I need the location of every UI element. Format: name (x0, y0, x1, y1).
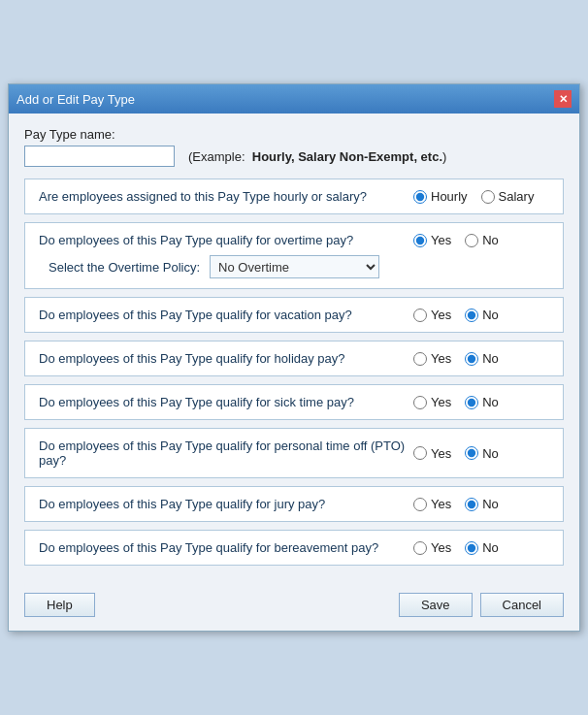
pto-question: Do employees of this Pay Type qualify fo… (39, 439, 413, 468)
overtime-no-text: No (482, 233, 499, 247)
vacation-no-text: No (482, 308, 499, 322)
window-title: Add or Edit Pay Type (16, 92, 135, 107)
overtime-policy-select[interactable]: No Overtime (210, 255, 379, 278)
hourly-salary-section: Are employees assigned to this Pay Type … (24, 179, 564, 214)
holiday-yes-radio[interactable] (413, 352, 427, 366)
pay-type-example-bold: Hourly, Salary Non-Exempt, etc. (252, 149, 442, 164)
bereavement-no-label[interactable]: No (465, 540, 499, 555)
sick-no-radio[interactable] (465, 396, 478, 409)
jury-yes-radio[interactable] (413, 498, 427, 511)
holiday-yes-text: Yes (431, 351, 451, 366)
pay-type-name-input[interactable] (24, 146, 175, 167)
sick-section: Do employees of this Pay Type qualify fo… (24, 384, 564, 420)
jury-radio-group: Yes No (413, 497, 549, 511)
jury-yes-label[interactable]: Yes (413, 497, 451, 511)
content-area: Pay Type name: (Example: Hourly, Salary … (9, 114, 579, 583)
pto-no-label[interactable]: No (465, 446, 499, 461)
title-bar: Add or Edit Pay Type ✕ (9, 84, 579, 114)
overtime-no-radio[interactable] (465, 234, 478, 247)
sick-no-text: No (482, 395, 499, 409)
pto-radio-group: Yes No (413, 446, 549, 461)
pto-yes-radio[interactable] (413, 446, 427, 460)
jury-no-radio[interactable] (465, 498, 478, 511)
bereavement-row: Do employees of this Pay Type qualify fo… (39, 540, 549, 555)
overtime-question: Do employees of this Pay Type qualify fo… (39, 233, 413, 247)
vacation-radio-group: Yes No (413, 308, 549, 322)
sick-radio-group: Yes No (413, 395, 549, 409)
overtime-row: Do employees of this Pay Type qualify fo… (39, 233, 549, 247)
vacation-yes-label[interactable]: Yes (413, 308, 451, 322)
holiday-question: Do employees of this Pay Type qualify fo… (39, 351, 413, 366)
overtime-yes-text: Yes (431, 233, 451, 247)
main-window: Add or Edit Pay Type ✕ Pay Type name: (E… (8, 83, 580, 632)
jury-question: Do employees of this Pay Type qualify fo… (39, 497, 413, 511)
overtime-radio-group: Yes No (413, 233, 549, 247)
salary-radio[interactable] (481, 190, 495, 204)
sick-no-label[interactable]: No (465, 395, 499, 409)
sick-yes-label[interactable]: Yes (413, 395, 451, 409)
vacation-section: Do employees of this Pay Type qualify fo… (24, 297, 564, 333)
bereavement-yes-radio[interactable] (413, 541, 427, 555)
bereavement-no-text: No (482, 540, 499, 555)
salary-label: Salary (499, 189, 535, 204)
pto-no-radio[interactable] (465, 446, 478, 460)
bereavement-question: Do employees of this Pay Type qualify fo… (39, 540, 413, 555)
bereavement-no-radio[interactable] (465, 541, 478, 555)
hourly-label: Hourly (431, 189, 468, 204)
overtime-yes-label[interactable]: Yes (413, 233, 451, 247)
overtime-policy-label: Select the Overtime Policy: (49, 260, 200, 275)
cancel-button[interactable]: Cancel (480, 593, 564, 617)
holiday-no-label[interactable]: No (465, 351, 499, 366)
salary-radio-label[interactable]: Salary (481, 189, 535, 204)
jury-no-label[interactable]: No (465, 497, 499, 511)
jury-row: Do employees of this Pay Type qualify fo… (39, 497, 549, 511)
save-button[interactable]: Save (399, 593, 473, 617)
holiday-radio-group: Yes No (413, 351, 549, 366)
vacation-row: Do employees of this Pay Type qualify fo… (39, 308, 549, 322)
bereavement-radio-group: Yes No (413, 540, 549, 555)
sick-yes-text: Yes (431, 395, 451, 409)
holiday-section: Do employees of this Pay Type qualify fo… (24, 341, 564, 376)
hourly-radio[interactable] (413, 190, 427, 204)
pay-type-example: (Example: Hourly, Salary Non-Exempt, etc… (188, 149, 446, 164)
vacation-question: Do employees of this Pay Type qualify fo… (39, 308, 413, 322)
vacation-yes-radio[interactable] (413, 309, 427, 322)
vacation-no-label[interactable]: No (465, 308, 499, 322)
bereavement-yes-text: Yes (431, 540, 451, 555)
sick-question: Do employees of this Pay Type qualify fo… (39, 395, 413, 409)
bereavement-section: Do employees of this Pay Type qualify fo… (24, 530, 564, 566)
holiday-no-text: No (482, 351, 499, 366)
help-button[interactable]: Help (24, 593, 95, 617)
pto-no-text: No (482, 446, 499, 461)
hourly-salary-radio-group: Hourly Salary (413, 189, 549, 204)
jury-yes-text: Yes (431, 497, 451, 511)
pto-yes-label[interactable]: Yes (413, 446, 451, 461)
hourly-salary-question: Are employees assigned to this Pay Type … (39, 189, 413, 204)
footer: Help Save Cancel (9, 583, 579, 631)
pto-yes-text: Yes (431, 446, 451, 461)
overtime-yes-radio[interactable] (413, 234, 427, 247)
overtime-no-label[interactable]: No (465, 233, 499, 247)
footer-right: Save Cancel (399, 593, 564, 617)
pto-row: Do employees of this Pay Type qualify fo… (39, 439, 549, 468)
sick-yes-radio[interactable] (413, 396, 427, 409)
pto-section: Do employees of this Pay Type qualify fo… (24, 428, 564, 478)
overtime-policy-row: Select the Overtime Policy: No Overtime (39, 255, 549, 278)
sick-row: Do employees of this Pay Type qualify fo… (39, 395, 549, 409)
overtime-section: Do employees of this Pay Type qualify fo… (24, 222, 564, 289)
jury-section: Do employees of this Pay Type qualify fo… (24, 486, 564, 522)
holiday-row: Do employees of this Pay Type qualify fo… (39, 351, 549, 366)
holiday-yes-label[interactable]: Yes (413, 351, 451, 366)
vacation-no-radio[interactable] (465, 309, 478, 322)
jury-no-text: No (482, 497, 499, 511)
holiday-no-radio[interactable] (465, 352, 478, 366)
close-button[interactable]: ✕ (554, 90, 572, 108)
bereavement-yes-label[interactable]: Yes (413, 540, 451, 555)
pay-type-name-row: (Example: Hourly, Salary Non-Exempt, etc… (24, 146, 564, 167)
hourly-radio-label[interactable]: Hourly (413, 189, 468, 204)
vacation-yes-text: Yes (431, 308, 451, 322)
pay-type-name-label: Pay Type name: (24, 127, 564, 142)
hourly-salary-row: Are employees assigned to this Pay Type … (39, 189, 549, 204)
